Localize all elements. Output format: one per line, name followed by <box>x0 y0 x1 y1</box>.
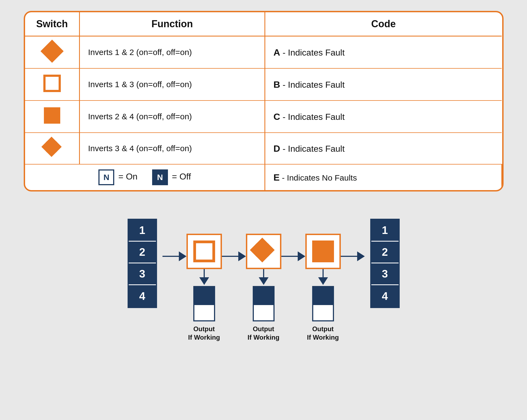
code-cell-e: E - Indicates No Faults <box>265 164 502 190</box>
function-cell: Inverts 1 & 3 (on=off, off=on) <box>80 68 265 101</box>
code-text-d: - Indicates Fault <box>280 144 345 154</box>
diagram-section: 1 2 3 4 OutputIf Working <box>24 208 504 342</box>
out-top-3 <box>312 286 334 305</box>
v-line-3 <box>323 269 324 277</box>
code-letter-d: D <box>273 143 280 154</box>
table-row: Inverts 3 & 4 (on=off, off=on) D - Indic… <box>25 133 502 164</box>
h-line <box>162 256 179 257</box>
function-cell: Inverts 2 & 4 (on=off, off=on) <box>80 101 265 133</box>
switch-box-3 <box>305 234 341 269</box>
code-text-c: - Indicates Fault <box>280 112 345 122</box>
output-num-3: 3 <box>371 263 399 285</box>
square-outline-icon <box>43 75 61 92</box>
switch-icon-square-filled <box>312 241 334 262</box>
code-letter-b: B <box>273 79 280 90</box>
n-box-on: N <box>98 169 114 185</box>
four-diamond-icon <box>43 138 62 157</box>
code-text-e: - Indicates No Faults <box>280 173 357 182</box>
switch-table: Switch Function Code Inverts 1 & 2 (on=o… <box>25 12 502 190</box>
arrow-down-3 <box>318 277 328 285</box>
output-indicator-1 <box>193 286 215 321</box>
n-box-off: N <box>152 169 168 185</box>
out-mid-1 <box>193 305 215 313</box>
code-letter-c: C <box>273 111 280 122</box>
switch-icon-cell <box>25 101 80 133</box>
switch-icon-cell <box>25 36 80 69</box>
output-indicator-3 <box>312 286 334 321</box>
out-bot-2 <box>253 313 275 321</box>
v-line-2 <box>263 269 264 277</box>
code-text-a: - Indicates Fault <box>280 48 345 57</box>
output-num-1: 1 <box>371 220 399 242</box>
h-line <box>281 256 298 257</box>
col-header-code: Code <box>265 12 502 36</box>
arrow-right-2 <box>238 251 246 261</box>
out-mid-2 <box>253 305 275 313</box>
code-text-b: - Indicates Fault <box>280 80 345 90</box>
col-header-function: Function <box>80 12 265 36</box>
output-label-3: OutputIf Working <box>307 325 339 342</box>
n-off-label: = Off <box>172 172 191 181</box>
connector-1-2 <box>222 251 246 261</box>
connector-2-3 <box>281 251 305 261</box>
arrow-right-1 <box>179 251 186 261</box>
out-top-2 <box>253 286 275 305</box>
switch-col-3: OutputIf Working <box>305 216 341 342</box>
arrow-down-1 <box>199 277 209 285</box>
h-line <box>341 256 357 257</box>
switch-box-2 <box>246 234 281 269</box>
switch-icon-four-diamond <box>251 239 276 264</box>
input-num-4: 4 <box>129 285 156 307</box>
code-cell: A - Indicates Fault <box>265 36 502 69</box>
output-number-block: 1 2 3 4 <box>370 219 400 308</box>
square-filled-icon <box>44 107 60 124</box>
code-cell: B - Indicates Fault <box>265 68 502 101</box>
legend-cell: N = On N = Off <box>25 164 265 190</box>
switch-box-1 <box>186 234 222 269</box>
input-num-1: 1 <box>129 220 156 242</box>
output-num-2: 2 <box>371 242 399 263</box>
table-row: Inverts 1 & 3 (on=off, off=on) B - Indic… <box>25 68 502 101</box>
switch-icon-cell <box>25 133 80 164</box>
diamond-filled-icon <box>40 40 64 63</box>
connector-to-switch1 <box>162 251 186 261</box>
output-indicator-2 <box>253 286 275 321</box>
switch-col-2: OutputIf Working <box>246 216 281 342</box>
output-label-2: OutputIf Working <box>248 325 279 342</box>
code-letter-e: E <box>273 172 280 182</box>
v-line-1 <box>204 269 205 277</box>
output-num-4: 4 <box>371 285 399 307</box>
out-bot-3 <box>312 313 334 321</box>
arrow-right-3 <box>298 251 305 261</box>
n-on-label: = On <box>118 172 137 181</box>
switch-icon-square-outline <box>193 241 215 262</box>
connector-to-output <box>341 251 365 261</box>
out-top-1 <box>193 286 215 305</box>
switch-icon-cell <box>25 68 80 101</box>
out-bot-1 <box>193 313 215 321</box>
function-cell: Inverts 3 & 4 (on=off, off=on) <box>80 133 265 164</box>
arrow-down-2 <box>259 277 269 285</box>
function-cell: Inverts 1 & 2 (on=off, off=on) <box>80 36 265 69</box>
output-label-1: OutputIf Working <box>188 325 220 342</box>
switch-col-1: OutputIf Working <box>186 216 222 342</box>
code-cell: C - Indicates Fault <box>265 101 502 133</box>
table-card: Switch Function Code Inverts 1 & 2 (on=o… <box>24 11 504 191</box>
h-line <box>222 256 238 257</box>
input-num-2: 2 <box>129 242 156 263</box>
table-row-legend: N = On N = Off E - Indicates No Faults <box>25 164 502 190</box>
table-row: Inverts 1 & 2 (on=off, off=on) A - Indic… <box>25 36 502 69</box>
code-cell: D - Indicates Fault <box>265 133 502 164</box>
table-row: Inverts 2 & 4 (on=off, off=on) C - Indic… <box>25 101 502 133</box>
input-num-3: 3 <box>129 263 156 285</box>
arrow-right-4 <box>357 251 365 261</box>
col-header-switch: Switch <box>25 12 80 36</box>
out-mid-3 <box>312 305 334 313</box>
input-number-block: 1 2 3 4 <box>128 219 157 308</box>
code-letter-a: A <box>273 47 280 57</box>
